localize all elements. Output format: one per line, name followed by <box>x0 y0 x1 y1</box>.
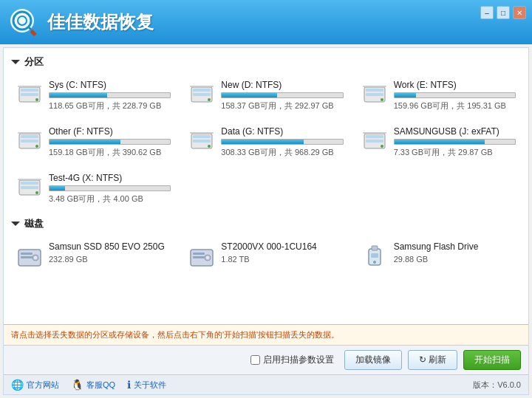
partition-other-f[interactable]: Other (F: NTFS) 159.18 GB可用，共 390.62 GB <box>11 121 176 163</box>
usb-flash-icon <box>361 243 388 270</box>
svg-rect-12 <box>193 93 211 96</box>
partition-samsung-usb[interactable]: SAMSUNGUSB (J: exFAT) 7.33 GB可用，共 29.87 … <box>356 121 521 163</box>
svg-rect-39 <box>18 179 41 180</box>
hdd-icon-samsung-usb <box>361 128 388 154</box>
window-controls: – □ ✕ <box>480 6 526 19</box>
svg-rect-7 <box>21 93 38 96</box>
svg-point-49 <box>206 256 209 259</box>
disk-samsun-ssd-info: Samsun SSD 850 EVO 250G 232.89 GB <box>49 241 171 264</box>
app-logo <box>7 6 40 38</box>
partition-test-x-name: Test-4G (X: NTFS) <box>49 173 171 183</box>
partition-work-e[interactable]: Work (E: NTFS) 159.96 GB可用，共 195.31 GB <box>356 75 521 117</box>
svg-rect-46 <box>193 253 205 255</box>
svg-rect-14 <box>190 86 214 87</box>
website-icon: 🌐 <box>11 379 24 391</box>
svg-rect-36 <box>21 182 38 185</box>
svg-point-13 <box>208 98 211 101</box>
qq-link[interactable]: 🐧 客服QQ <box>71 379 115 391</box>
svg-point-18 <box>381 98 383 101</box>
partition-new-d-bar-bg <box>221 92 343 98</box>
drives-scroll-area[interactable]: 分区 Sys (C: NTFS) <box>4 48 528 324</box>
partition-work-e-size: 159.96 GB可用，共 195.31 GB <box>394 100 516 111</box>
website-link[interactable]: 🌐 官方网站 <box>11 379 59 391</box>
svg-rect-9 <box>18 86 41 87</box>
disks-grid: Samsun SSD 850 EVO 250G 232.89 GB <box>11 236 521 275</box>
partition-test-x-size: 3.48 GB可用，共 4.00 GB <box>49 193 171 205</box>
partition-data-g[interactable]: Data (G: NTFS) 308.33 GB可用，共 968.29 GB <box>183 121 348 163</box>
svg-point-8 <box>35 98 38 101</box>
disk-st2000[interactable]: ST2000VX 000-1CU164 1.82 TB <box>183 236 348 275</box>
svg-rect-37 <box>21 186 38 189</box>
partitions-grid: Sys (C: NTFS) 118.65 GB可用，共 228.79 GB <box>11 75 521 210</box>
hdd-icon-test-x <box>16 174 43 201</box>
scan-params-checkbox-label[interactable]: 启用扫描参数设置 <box>250 354 334 366</box>
footer: 🌐 官方网站 🐧 客服QQ ℹ 关于软件 版本：V6.0.0 <box>4 374 528 394</box>
svg-rect-31 <box>366 135 383 138</box>
svg-rect-24 <box>18 132 41 134</box>
partition-test-x[interactable]: Test-4G (X: NTFS) 3.48 GB可用，共 4.00 GB <box>11 168 176 210</box>
about-label: 关于软件 <box>134 380 166 391</box>
partition-new-d-size: 158.37 GB可用，共 292.97 GB <box>221 100 343 111</box>
version-label: 版本：V6.0.0 <box>473 380 521 391</box>
load-image-button[interactable]: 加载镜像 <box>344 350 402 370</box>
partition-data-g-bar-bg <box>221 139 343 145</box>
main-content: 分区 Sys (C: NTFS) <box>3 47 529 395</box>
disk-samsun-ssd-size: 232.89 GB <box>49 255 171 264</box>
disk-samsun-ssd-name: Samsun SSD 850 EVO 250G <box>49 241 171 252</box>
partition-test-x-bar-fill <box>50 186 65 191</box>
svg-rect-11 <box>193 89 211 92</box>
status-bar: 请点击选择丢失数据的分区或存储设备，然后点击右下角的'开始扫描'按钮扫描丢失的数… <box>4 324 528 345</box>
partition-new-d[interactable]: New (D: NTFS) 158.37 GB可用，共 292.97 GB <box>183 75 348 117</box>
disk-samsung-flash-size: 29.88 GB <box>394 255 516 264</box>
partition-sys-c-name: Sys (C: NTFS) <box>49 80 171 90</box>
svg-rect-51 <box>372 246 378 250</box>
partition-data-g-bar-fill <box>222 140 304 144</box>
start-scan-button[interactable]: 开始扫描 <box>463 350 521 370</box>
svg-point-53 <box>373 261 376 264</box>
partition-work-e-bar-fill <box>395 93 416 97</box>
svg-point-23 <box>35 145 38 148</box>
svg-point-33 <box>381 145 383 148</box>
disk-st2000-info: ST2000VX 000-1CU164 1.82 TB <box>221 241 343 264</box>
partition-data-g-size: 308.33 GB可用，共 968.29 GB <box>221 147 343 158</box>
partition-new-d-name: New (D: NTFS) <box>221 80 343 90</box>
qq-label: 客服QQ <box>86 380 115 391</box>
website-label: 官方网站 <box>27 380 59 391</box>
partition-sys-c-info: Sys (C: NTFS) 118.65 GB可用，共 228.79 GB <box>49 80 171 111</box>
action-bar: 启用扫描参数设置 加载镜像 ↻刷新 开始扫描 <box>4 345 528 374</box>
scan-params-checkbox[interactable] <box>250 355 260 365</box>
hdd-icon-st2000 <box>188 243 215 270</box>
title-bar: 佳佳数据恢复 – □ ✕ <box>0 0 532 44</box>
about-link[interactable]: ℹ 关于软件 <box>127 379 166 391</box>
app-window: 佳佳数据恢复 – □ ✕ 分区 <box>0 0 532 395</box>
partition-other-f-size: 159.18 GB可用，共 390.62 GB <box>49 147 171 158</box>
partition-other-f-name: Other (F: NTFS) <box>49 126 171 137</box>
restore-button[interactable]: □ <box>497 6 510 19</box>
minimize-button[interactable]: – <box>480 6 494 19</box>
disk-samsun-ssd[interactable]: Samsun SSD 850 EVO 250G 232.89 GB <box>11 236 176 275</box>
disk-st2000-size: 1.82 TB <box>221 255 343 264</box>
svg-rect-22 <box>21 140 38 143</box>
scan-params-label: 启用扫描参数设置 <box>263 354 334 366</box>
partition-other-f-bar-fill <box>50 140 120 144</box>
partition-samsung-usb-info: SAMSUNGUSB (J: exFAT) 7.33 GB可用，共 29.87 … <box>394 126 516 158</box>
close-button[interactable]: ✕ <box>513 6 526 19</box>
svg-rect-17 <box>366 93 383 96</box>
partition-sys-c[interactable]: Sys (C: NTFS) 118.65 GB可用，共 228.79 GB <box>11 75 176 117</box>
partition-work-e-bar-bg <box>394 92 516 98</box>
about-icon: ℹ <box>127 379 131 391</box>
svg-rect-34 <box>363 132 386 134</box>
disk-samsung-flash[interactable]: Samsung Flash Drive 29.88 GB <box>356 236 521 275</box>
hdd-icon-data-g <box>188 128 215 154</box>
svg-rect-6 <box>21 89 38 92</box>
partitions-collapse-triangle[interactable] <box>11 60 20 64</box>
svg-rect-42 <box>21 256 33 258</box>
partition-work-e-info: Work (E: NTFS) 159.96 GB可用，共 195.31 GB <box>394 80 516 111</box>
svg-point-44 <box>34 256 37 259</box>
refresh-button[interactable]: ↻刷新 <box>408 350 457 370</box>
disks-collapse-triangle[interactable] <box>11 222 20 226</box>
partition-sys-c-bar-bg <box>49 92 171 98</box>
disk-samsung-flash-info: Samsung Flash Drive 29.88 GB <box>394 241 516 264</box>
svg-rect-29 <box>190 132 214 134</box>
hdd-icon-samsun-ssd <box>16 243 43 270</box>
